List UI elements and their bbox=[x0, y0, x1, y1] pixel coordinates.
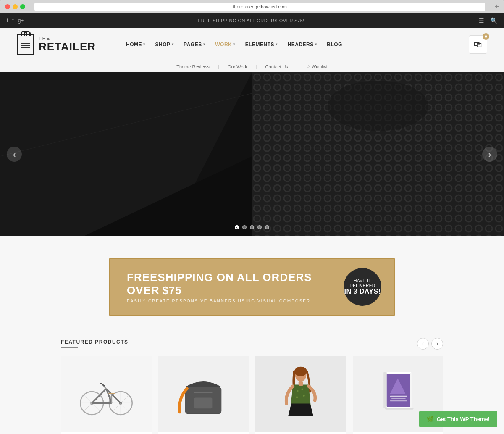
new-tab-button[interactable]: + bbox=[494, 3, 499, 11]
products-prev-button[interactable]: ‹ bbox=[417, 338, 429, 350]
subnav-our-work[interactable]: Our Work bbox=[228, 64, 247, 69]
slider-next-button[interactable]: › bbox=[482, 147, 497, 162]
product-image-3 bbox=[255, 356, 346, 432]
nav-link-pages[interactable]: PAGES ▾ bbox=[184, 42, 205, 47]
nav-link-work[interactable]: WORK ▾ bbox=[215, 42, 235, 47]
nav-link-blog[interactable]: BLOG bbox=[327, 42, 342, 47]
svg-point-34 bbox=[297, 390, 299, 392]
svg-point-36 bbox=[303, 395, 305, 397]
book-svg bbox=[373, 360, 423, 428]
cta-label: Get This WP Theme! bbox=[437, 416, 490, 422]
bag-line-1 bbox=[21, 43, 30, 44]
promo-sub-text: EASILY CREATE RESPONSIVE BANNERS USING V… bbox=[127, 299, 344, 303]
logo-text: THE RETAILER bbox=[39, 36, 96, 53]
sub-nav-row: Theme Reviews | Our Work | Contact Us | … bbox=[0, 61, 504, 72]
nav-item-pages[interactable]: PAGES ▾ bbox=[178, 42, 210, 47]
promo-message: FREE SHIPPING ON ALL ORDERS OVER $75! bbox=[24, 18, 479, 23]
twitter-icon[interactable]: t bbox=[12, 18, 13, 24]
svg-point-35 bbox=[301, 389, 303, 391]
address-bar[interactable]: theretailer.getbowtied.com bbox=[34, 3, 485, 11]
products-next-button[interactable]: › bbox=[431, 338, 443, 350]
nav-link-home[interactable]: HOME ▾ bbox=[126, 42, 145, 47]
menu-icon[interactable]: ☰ bbox=[479, 17, 484, 24]
url-text: theretailer.getbowtied.com bbox=[233, 4, 287, 9]
googleplus-icon[interactable]: g+ bbox=[18, 18, 24, 24]
nav-link-shop[interactable]: SHOP ▾ bbox=[155, 42, 174, 47]
nav-item-home[interactable]: HOME ▾ bbox=[121, 42, 150, 47]
logo[interactable]: THE RETAILER bbox=[17, 34, 96, 55]
shirt-svg bbox=[276, 360, 326, 428]
nav-item-work[interactable]: WORK ▾ bbox=[210, 42, 240, 47]
logo-bag-lines bbox=[21, 43, 30, 48]
logo-icon bbox=[17, 34, 34, 55]
svg-rect-44 bbox=[391, 398, 406, 399]
nav-link-headers[interactable]: HEADERS ▾ bbox=[288, 42, 317, 47]
cart-button[interactable]: 🛍 0 bbox=[469, 35, 487, 54]
products-next-icon: › bbox=[436, 341, 438, 347]
svg-rect-46 bbox=[410, 373, 412, 408]
product-card-3[interactable]: COATS & JACKETS ♡ Green Daisy Print Shir… bbox=[255, 356, 346, 434]
slider-dot-5[interactable] bbox=[265, 225, 269, 229]
products-title: FEATURED PRODUCTS bbox=[61, 339, 129, 345]
bike-svg bbox=[77, 369, 136, 419]
svg-point-8 bbox=[328, 81, 428, 131]
promo-amount: $75 bbox=[162, 284, 181, 297]
window-minimize-dot[interactable] bbox=[13, 4, 18, 9]
nav-item-shop[interactable]: SHOP ▾ bbox=[150, 42, 179, 47]
nav-link-elements[interactable]: ELEMENTS ▾ bbox=[245, 42, 278, 47]
product-info-2: ACCESSORIES ♡ Dark Blue Camera Bag bbox=[158, 432, 249, 434]
site-header: THE RETAILER HOME ▾ SHOP bbox=[0, 28, 504, 61]
promo-banner: FREESHIPPING ON ALL ORDERS OVER $75 EASI… bbox=[109, 258, 395, 316]
nav-items: HOME ▾ SHOP ▾ PAGES ▾ bbox=[121, 42, 347, 47]
product-card-2[interactable]: ACCESSORIES ♡ Dark Blue Camera Bag bbox=[158, 356, 249, 434]
product-info-3: COATS & JACKETS ♡ Green Daisy Print Shir… bbox=[255, 432, 346, 434]
browser-titlebar: theretailer.getbowtied.com + bbox=[0, 0, 504, 13]
subnav-sep-3: | bbox=[297, 64, 298, 69]
slider-prev-icon: ‹ bbox=[13, 150, 16, 159]
slider-dot-3[interactable] bbox=[250, 225, 254, 229]
subnav-wishlist[interactable]: ♡ Wishlist bbox=[306, 64, 328, 69]
svg-rect-40 bbox=[384, 372, 387, 408]
promo-badge-line2: DELIVERED bbox=[349, 283, 375, 288]
subnav-theme-reviews[interactable]: Theme Reviews bbox=[176, 64, 210, 69]
svg-rect-38 bbox=[299, 381, 303, 386]
cta-button[interactable]: 🌿 Get This WP Theme! bbox=[419, 411, 497, 427]
facebook-icon[interactable]: f bbox=[7, 18, 8, 24]
slider-dots bbox=[235, 225, 269, 229]
promo-badge-line1: HAVE IT bbox=[354, 279, 371, 283]
main-nav: HOME ▾ SHOP ▾ PAGES ▾ bbox=[121, 42, 469, 47]
products-title-block: FEATURED PRODUCTS bbox=[61, 339, 129, 348]
hero-dark-right bbox=[252, 72, 504, 236]
window-maximize-dot[interactable] bbox=[20, 4, 25, 9]
nav-item-blog[interactable]: BLOG bbox=[322, 42, 347, 47]
top-bar-icons: ☰ 🔍 bbox=[479, 17, 497, 24]
subnav-sep-1: | bbox=[218, 64, 219, 69]
window-close-dot[interactable] bbox=[5, 4, 10, 9]
slider-prev-button[interactable]: ‹ bbox=[7, 147, 22, 162]
slider-next-icon: › bbox=[488, 150, 491, 159]
dropdown-arrow: ▾ bbox=[276, 42, 278, 46]
logo-retailer: RETAILER bbox=[39, 41, 96, 53]
slider-dot-1[interactable] bbox=[235, 225, 239, 229]
subnav-contact-us[interactable]: Contact Us bbox=[265, 64, 288, 69]
dropdown-arrow: ▾ bbox=[233, 42, 235, 46]
search-icon[interactable]: 🔍 bbox=[490, 17, 497, 24]
slider-dot-2[interactable] bbox=[242, 225, 247, 229]
bag-svg bbox=[174, 369, 233, 419]
dropdown-arrow: ▾ bbox=[143, 42, 145, 46]
hero-right-svg bbox=[252, 72, 504, 236]
svg-point-33 bbox=[294, 367, 307, 376]
products-prev-icon: ‹ bbox=[422, 341, 424, 347]
nav-item-headers[interactable]: HEADERS ▾ bbox=[283, 42, 322, 47]
slider-dot-4[interactable] bbox=[257, 225, 262, 229]
svg-point-37 bbox=[296, 396, 298, 398]
promo-badge-days: IN 3 DAYS! bbox=[344, 288, 381, 295]
product-info-1: ACCESSORIES ♡ A Must for a Flexitarian bbox=[61, 432, 152, 434]
hero-dark-inner bbox=[0, 72, 252, 236]
product-image-1 bbox=[61, 356, 152, 432]
product-info-4: BOOKS & DVDS ♡ Greatest of All Time bbox=[353, 432, 444, 434]
product-card-1[interactable]: ACCESSORIES ♡ A Must for a Flexitarian bbox=[61, 356, 152, 434]
top-bar: f t g+ FREE SHIPPING ON ALL ORDERS OVER … bbox=[0, 13, 504, 28]
products-nav: ‹ › bbox=[417, 338, 443, 350]
nav-item-elements[interactable]: ELEMENTS ▾ bbox=[240, 42, 283, 47]
